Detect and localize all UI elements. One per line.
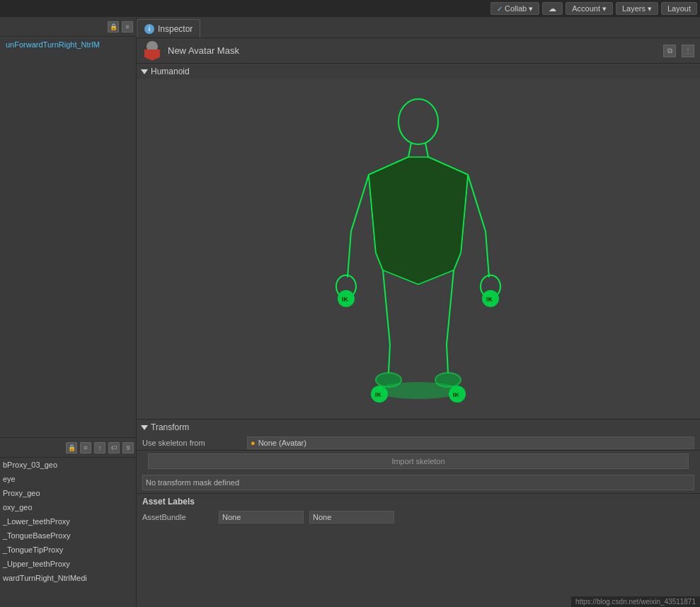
svg-point-23 [376, 382, 461, 399]
left-panel: 🔒 ≡ unForwardTurnRight_NtrlM 🔒 ≡ ↕ 🏷 9 b… [0, 17, 137, 607]
layers-label: Layers [622, 4, 646, 13]
bottom-count-badge: 9 [122, 442, 134, 453]
list-item[interactable]: _TongueBaseProxy [0, 528, 137, 543]
svg-line-6 [348, 231, 351, 277]
collab-label: Collab [505, 4, 527, 13]
svg-text:IK: IK [375, 391, 382, 398]
account-label: Account [572, 4, 600, 13]
inspector-tab-bar: i Inspector [137, 17, 700, 38]
svg-line-5 [351, 175, 369, 231]
bottom-arrow-icon[interactable]: ↕ [94, 442, 105, 453]
humanoid-expand-icon [141, 69, 148, 74]
left-panel-toolbar: 🔒 ≡ [0, 17, 136, 37]
cloud-button[interactable]: ☁ [542, 2, 563, 15]
svg-line-18 [389, 345, 390, 373]
inspector-tab[interactable]: i Inspector [137, 19, 200, 37]
bottom-panel-toolbar: 🔒 ≡ ↕ 🏷 9 [0, 438, 137, 458]
use-skeleton-text: None (Avatar) [258, 439, 306, 447]
hierarchy-item[interactable]: unForwardTurnRight_NtrlM [0, 37, 136, 52]
svg-line-17 [383, 270, 390, 345]
bottom-tag-icon[interactable]: 🏷 [108, 442, 120, 453]
list-item[interactable]: _Lower_teethProxy [0, 514, 137, 528]
list-item[interactable]: oxy_geo [0, 500, 137, 514]
footer-url: https://blog.csdn.net/weixin_43511871 [571, 596, 700, 607]
avatar-shield-icon [144, 50, 160, 61]
bottom-list: bProxy_03_geoeyeProxy_geooxy_geo_Lower_t… [0, 458, 137, 585]
layers-button[interactable]: Layers ▾ [616, 2, 658, 15]
svg-line-21 [447, 345, 448, 373]
inspector-tab-label: Inspector [158, 24, 193, 34]
asset-bundle-value[interactable]: None [219, 511, 304, 524]
inspector-asset-title: New Avatar Mask [168, 45, 658, 56]
list-item[interactable]: Proxy_geo [0, 486, 137, 500]
humanoid-label: Humanoid [151, 67, 190, 76]
top-bar: ✓ Collab ▾ ☁ Account ▾ Layers ▾ Layout [0, 0, 700, 17]
svg-line-2 [425, 143, 428, 157]
import-skeleton-button[interactable]: Import skeleton [148, 453, 689, 469]
cloud-icon: ☁ [549, 4, 556, 13]
list-item[interactable]: eye [0, 472, 137, 486]
svg-line-9 [486, 231, 489, 277]
inspector-copy-btn[interactable]: ⧉ [663, 45, 676, 57]
list-item[interactable]: _TongueTipProxy [0, 543, 137, 557]
inspector-menu-btn[interactable]: ⋮ [682, 45, 694, 57]
svg-line-20 [447, 270, 454, 345]
list-item[interactable]: wardTurnRight_NtrlMedi [0, 571, 137, 585]
lock-icon[interactable]: 🔒 [108, 21, 119, 33]
use-skeleton-label: Use skeleton from [142, 439, 241, 447]
account-chevron-icon: ▾ [602, 4, 607, 13]
bottom-panel: 🔒 ≡ ↕ 🏷 9 bProxy_03_geoeyeProxy_geooxy_g… [0, 437, 137, 607]
svg-line-8 [468, 175, 486, 231]
asset-bundle-label: AssetBundle [142, 513, 213, 521]
transform-label: Transform [151, 422, 189, 432]
asset-right-value[interactable]: None [309, 511, 394, 524]
asset-labels-title: Asset Labels [142, 497, 694, 507]
use-skeleton-value[interactable]: ● None (Avatar) [247, 437, 694, 449]
svg-text:IK: IK [342, 296, 349, 303]
collab-check-icon: ✓ [497, 5, 503, 13]
collab-button[interactable]: ✓ Collab ▾ [490, 2, 539, 15]
svg-text:IK: IK [453, 391, 460, 398]
humanoid-svg: IK IK IK IK [326, 90, 510, 408]
account-button[interactable]: Account ▾ [566, 2, 613, 15]
layout-label: Layout [667, 4, 691, 13]
asset-labels-section: Asset Labels AssetBundle None None [137, 493, 700, 528]
no-transform-message: No transform mask defined [142, 475, 694, 490]
humanoid-section-header[interactable]: Humanoid [137, 64, 700, 79]
list-item[interactable]: _Upper_teethProxy [0, 557, 137, 571]
humanoid-body-viewer: IK IK IK IK [137, 79, 700, 419]
menu-icon[interactable]: ≡ [122, 21, 133, 33]
list-item[interactable]: bProxy_03_geo [0, 458, 137, 472]
avatar-dot-icon: ● [251, 439, 256, 447]
svg-point-0 [398, 99, 438, 144]
svg-line-1 [408, 143, 411, 157]
layout-button[interactable]: Layout [661, 2, 697, 15]
transform-section-header[interactable]: Transform [137, 420, 700, 435]
inspector-header: New Avatar Mask ⧉ ⋮ [137, 38, 700, 64]
inspector-panel: i Inspector New Avatar Mask ⧉ ⋮ Humanoid [137, 17, 700, 607]
transform-section: Transform Use skeleton from ● None (Avat… [137, 419, 700, 490]
svg-text:IK: IK [486, 296, 493, 303]
collab-chevron-icon: ▾ [529, 4, 533, 13]
humanoid-section: Humanoid [137, 64, 700, 419]
transform-expand-icon [141, 425, 148, 430]
hierarchy-item-label: unForwardTurnRight_NtrlM [6, 40, 100, 49]
bottom-lock-icon[interactable]: 🔒 [66, 442, 77, 453]
avatar-mask-icon [142, 41, 162, 61]
import-skeleton-container: Import skeleton [137, 451, 700, 472]
bottom-menu-icon[interactable]: ≡ [80, 442, 91, 453]
layers-chevron-icon: ▾ [648, 4, 652, 13]
asset-bundle-row: AssetBundle None None [142, 509, 694, 525]
use-skeleton-row: Use skeleton from ● None (Avatar) [137, 435, 700, 451]
tab-info-icon: i [144, 24, 154, 34]
